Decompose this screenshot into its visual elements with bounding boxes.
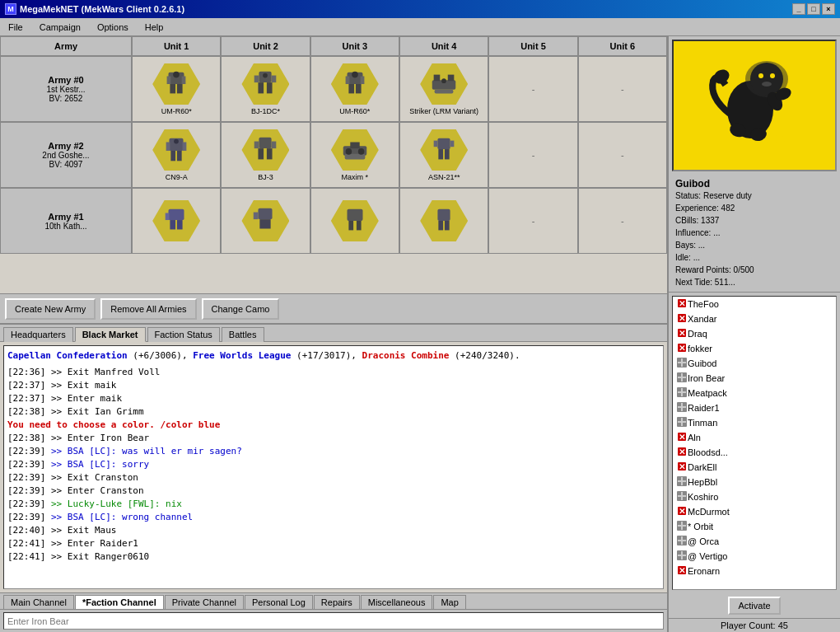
player-name-label: Draq xyxy=(688,329,707,339)
player-list-item[interactable]: ✕Draq xyxy=(673,326,836,341)
player-name-label: fokker xyxy=(688,344,712,353)
army-0-unit-1-name: UM-R60* xyxy=(161,107,192,115)
remove-all-armies-button[interactable]: Remove All Armies xyxy=(100,298,196,320)
army-0-unit-2[interactable]: BJ-1DC* xyxy=(221,56,310,122)
player-list-item[interactable]: Guibod xyxy=(673,356,836,371)
army-0-unit-4[interactable]: Striker (LRM Variant) xyxy=(399,56,488,122)
player-list-item[interactable]: ✕Eronarn xyxy=(673,564,836,578)
chat-area[interactable]: Capellan Confederation (+6/3006), Free W… xyxy=(3,345,664,589)
chat-input[interactable] xyxy=(3,612,664,630)
player-icon xyxy=(676,520,688,533)
army-2-unit-2[interactable]: BJ-3 xyxy=(221,122,310,188)
menubar: File Campaign Options Help xyxy=(0,18,840,36)
svg-rect-36 xyxy=(350,143,359,149)
tab-miscellaneous[interactable]: Miscellaneous xyxy=(361,595,433,609)
maximize-button[interactable]: □ xyxy=(807,3,820,15)
tab-repairs[interactable]: Repairs xyxy=(314,595,360,609)
army-1-info[interactable]: Army #1 10th Kath... xyxy=(0,188,132,254)
army-2-unit-1[interactable]: CN9-A xyxy=(132,122,221,188)
army-0-info[interactable]: Army #0 1st Kestr... BV: 2652 xyxy=(0,56,132,122)
army-1-unit-1[interactable] xyxy=(132,188,221,254)
faction-status-line: Capellan Confederation (+6/3006), Free W… xyxy=(7,349,660,363)
tab-headquarters[interactable]: Headquarters xyxy=(3,327,73,342)
army-2-unit-3[interactable]: Maxim * xyxy=(310,122,399,188)
player-list-item[interactable]: @ Vertigo xyxy=(673,549,836,564)
player-list-item[interactable]: ✕DarkEll xyxy=(673,460,836,475)
player-list-item[interactable]: ✕TheFoo xyxy=(673,297,836,311)
svg-rect-33 xyxy=(272,142,277,149)
player-name-label: @ Vertigo xyxy=(688,551,727,561)
army-1-unit-2[interactable] xyxy=(221,188,310,254)
player-list-item[interactable]: @ Orca xyxy=(673,534,836,549)
svg-text:✕: ✕ xyxy=(679,566,685,575)
tab-map[interactable]: Map xyxy=(433,595,465,609)
army-0-unit-3[interactable]: UM-R60* xyxy=(310,56,399,122)
tab-bar: Headquarters Black Market Faction Status… xyxy=(0,325,667,342)
faction-dc: Draconis Combine xyxy=(362,350,450,361)
player-list-item[interactable]: Iron Bear xyxy=(673,371,836,386)
player-icon xyxy=(676,416,688,429)
svg-rect-20 xyxy=(448,75,455,82)
army-1-unit-5: - xyxy=(488,188,577,254)
army-0-detail1: 1st Kestr... xyxy=(46,85,85,94)
svg-rect-51 xyxy=(254,213,259,220)
col-header-unit3: Unit 3 xyxy=(310,36,399,56)
player-list: ✕TheFoo✕Xandar✕Draq✕fokkerGuibodIron Bea… xyxy=(672,296,837,590)
status-experience: Experience: 482 xyxy=(675,202,833,214)
player-list-item[interactable]: HepBbl xyxy=(673,475,836,489)
tab-private-channel[interactable]: Private Channel xyxy=(165,595,244,609)
minimize-button[interactable]: _ xyxy=(792,3,805,15)
tab-faction-status[interactable]: Faction Status xyxy=(147,327,220,342)
player-name-label: Xandar xyxy=(688,314,716,324)
menu-help[interactable]: Help xyxy=(140,21,169,34)
army-2-unit-1-name: CN9-A xyxy=(166,173,188,181)
svg-rect-16 xyxy=(360,77,364,85)
army-2-detail2: BV: 4097 xyxy=(49,160,83,169)
svg-line-72 xyxy=(783,134,784,143)
army-0-unit-1[interactable]: UM-R60* xyxy=(132,56,221,122)
army-2-unit-4[interactable]: ASN-21** xyxy=(399,122,488,188)
menu-file[interactable]: File xyxy=(3,21,28,34)
tab-faction-channel[interactable]: *Faction Channel xyxy=(75,595,164,609)
player-list-item[interactable]: ✕Xandar xyxy=(673,311,836,326)
player-list-item[interactable]: Meatpack xyxy=(673,386,836,400)
svg-text:✕: ✕ xyxy=(679,344,685,353)
menu-campaign[interactable]: Campaign xyxy=(35,21,86,34)
svg-rect-48 xyxy=(259,208,273,219)
tab-battles[interactable]: Battles xyxy=(222,327,264,342)
player-icon: ✕ xyxy=(676,446,688,459)
svg-point-37 xyxy=(345,148,352,155)
svg-rect-49 xyxy=(260,219,266,228)
svg-rect-3 xyxy=(167,77,171,85)
player-list-item[interactable]: * Orbit xyxy=(673,519,836,534)
player-list-item[interactable]: Raider1 xyxy=(673,400,836,415)
player-list-item[interactable]: ✕Aln xyxy=(673,430,836,445)
titlebar-controls[interactable]: _ □ × xyxy=(792,3,835,15)
army-1-unit-3[interactable] xyxy=(310,188,399,254)
chat-line-3: [22:37] >> Enter maik xyxy=(7,392,660,405)
activate-button[interactable]: Activate xyxy=(728,597,780,615)
player-list-item[interactable]: Koshiro xyxy=(673,489,836,504)
army-2-info[interactable]: Army #2 2nd Goshe... BV: 4097 xyxy=(0,122,132,188)
tab-main-channel[interactable]: Main Channel xyxy=(3,595,74,609)
army-1-unit-4[interactable] xyxy=(399,188,488,254)
menu-options[interactable]: Options xyxy=(92,21,133,34)
tab-personal-log[interactable]: Personal Log xyxy=(245,595,313,609)
svg-point-62 xyxy=(758,73,763,78)
player-name-label: Tinman xyxy=(688,418,717,428)
create-army-button[interactable]: Create New Army xyxy=(5,298,96,320)
player-list-item[interactable]: ✕fokker xyxy=(673,341,836,356)
player-list-item[interactable]: Tinman xyxy=(673,415,836,430)
player-list-item[interactable]: ✕Bloodsd... xyxy=(673,445,836,460)
svg-rect-45 xyxy=(170,220,176,229)
input-bar xyxy=(0,609,667,632)
tab-black-market[interactable]: Black Market xyxy=(75,327,146,342)
player-name-label: HepBbl xyxy=(688,477,717,487)
change-camo-button[interactable]: Change Camo xyxy=(202,298,280,320)
player-icon: ✕ xyxy=(676,297,688,311)
main-container: Army Unit 1 Unit 2 Unit 3 Unit 4 Unit 5 … xyxy=(0,36,840,632)
player-list-item[interactable]: ✕McDurmot xyxy=(673,504,836,519)
close-button[interactable]: × xyxy=(822,3,835,15)
army-2-detail1: 2nd Goshe... xyxy=(42,151,89,160)
svg-rect-35 xyxy=(344,154,365,160)
